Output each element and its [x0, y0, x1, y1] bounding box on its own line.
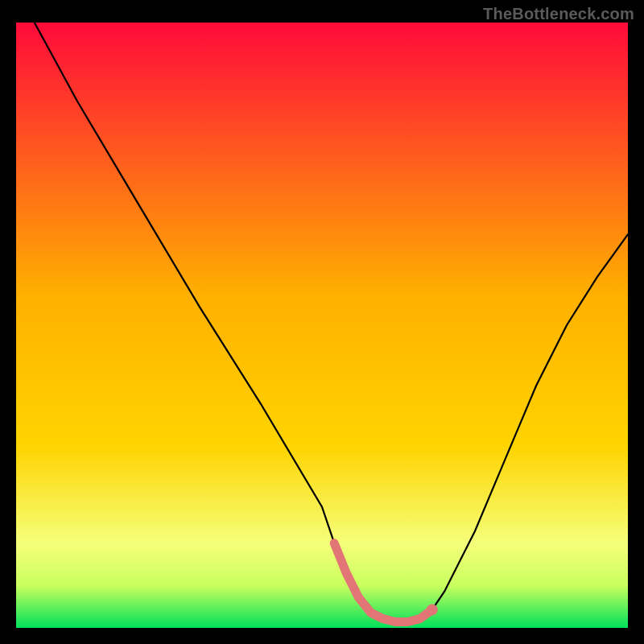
- chart-svg: [16, 23, 628, 628]
- gradient-background: [16, 23, 628, 628]
- watermark-text: TheBottleneck.com: [483, 5, 634, 23]
- highlight-end-marker: [427, 604, 438, 615]
- bottleneck-chart: [16, 23, 628, 628]
